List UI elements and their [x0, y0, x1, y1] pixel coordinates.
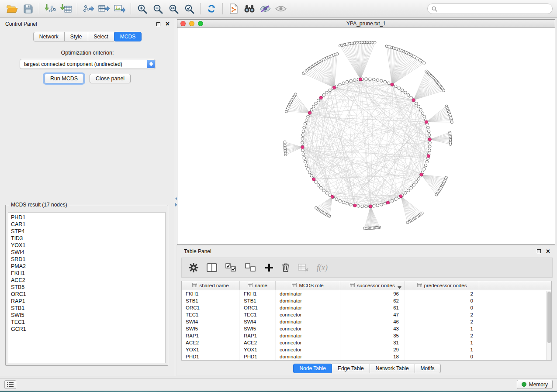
table-row[interactable]: PHD1PHD1dominator180 [182, 353, 551, 360]
column-layout-button[interactable] [207, 263, 217, 272]
search-input[interactable] [440, 5, 548, 12]
mcds-result-item[interactable]: ORC1 [11, 291, 163, 298]
tab-network-table[interactable]: Network Table [370, 364, 415, 373]
find-icon [244, 4, 255, 13]
main-toolbar [0, 0, 557, 18]
column-header-successor-nodes[interactable]: successor nodes [340, 281, 405, 290]
mcds-result-item[interactable]: SWI5 [11, 312, 163, 319]
tab-mcds[interactable]: MCDS [114, 32, 142, 41]
table-row[interactable]: YOX1YOX1connector291 [182, 346, 551, 353]
criterion-select[interactable]: largest connected component (undirected) [20, 59, 156, 69]
table-cell: 0 [405, 353, 479, 360]
mcds-result-item[interactable]: TEC1 [11, 319, 163, 326]
network-canvas[interactable] [177, 28, 555, 244]
mcds-result-item[interactable]: CAR1 [11, 221, 163, 228]
mcds-result-item[interactable]: FKH1 [11, 270, 163, 277]
float-panel-icon[interactable] [537, 249, 541, 253]
share-document-button[interactable] [226, 2, 242, 16]
table-row[interactable]: FKH1FKH1dominator962 [182, 290, 551, 297]
mcds-result-item[interactable]: YOX1 [11, 242, 163, 249]
table-cell: connector [276, 339, 340, 346]
control-panel-tabs: NetworkStyleSelectMCDS [0, 32, 175, 41]
table-cell: 62 [340, 297, 405, 304]
network-window-titlebar[interactable]: YPA_prune.txt_1 [177, 20, 555, 28]
float-panel-icon[interactable] [156, 22, 160, 26]
export-table-button[interactable] [96, 2, 112, 16]
close-panel-icon[interactable]: × [546, 248, 550, 255]
tab-edge-table[interactable]: Edge Table [332, 364, 370, 373]
column-header-name[interactable]: name [240, 281, 276, 290]
memory-button[interactable]: Memory [517, 380, 553, 389]
mcds-result-item[interactable]: TID3 [11, 235, 163, 242]
toolbar-separator [200, 3, 201, 14]
zoom-out-button[interactable] [150, 2, 166, 16]
export-network-button[interactable] [80, 2, 96, 16]
filter-button[interactable] [257, 2, 273, 16]
select-all-rows-button[interactable] [225, 263, 237, 272]
delete-row-button[interactable] [282, 263, 290, 272]
mcds-result-item[interactable]: STB5 [11, 284, 163, 291]
tab-select[interactable]: Select [88, 32, 114, 41]
tab-node-table[interactable]: Node Table [293, 364, 332, 373]
refresh-layout-icon [206, 3, 217, 14]
mcds-result-item[interactable]: SWI4 [11, 249, 163, 256]
panel-menu-button[interactable] [4, 380, 16, 389]
export-image-button[interactable] [112, 2, 128, 16]
mcds-result-item[interactable]: GCR1 [11, 326, 163, 333]
close-panel-icon[interactable]: × [166, 21, 170, 28]
find-button[interactable] [242, 2, 257, 16]
import-network-button[interactable] [42, 2, 58, 16]
open-folder-button[interactable] [4, 2, 20, 16]
table-cell: SWI4 [182, 318, 240, 325]
mcds-result-item[interactable]: STB1 [11, 305, 163, 312]
deselect-all-rows-button[interactable] [245, 263, 256, 272]
mcds-result-item[interactable]: SRD1 [11, 256, 163, 263]
zoom-fit-button[interactable] [166, 2, 181, 16]
table-scrollbar[interactable] [546, 291, 551, 360]
table-cell: 96 [340, 290, 405, 297]
function-builder-button[interactable]: f(x) [317, 263, 328, 272]
minimize-window-button[interactable] [189, 21, 194, 26]
import-table-button[interactable] [58, 2, 74, 16]
save-button[interactable] [20, 2, 36, 16]
delete-table-button[interactable] [298, 263, 308, 272]
table-row[interactable]: SWI5SWI5connector431 [182, 325, 551, 332]
table-row[interactable]: RAP1RAP1dominator352 [182, 332, 551, 339]
column-header-shared-name[interactable]: shared name [182, 281, 240, 290]
search-box[interactable] [427, 3, 553, 14]
table-row[interactable]: TEC1TEC1connector472 [182, 311, 551, 318]
column-header-MCDS-role[interactable]: MCDS role [276, 281, 340, 290]
table-row[interactable]: STB1STB1dominator620 [182, 297, 551, 304]
table-settings-button[interactable] [189, 263, 198, 272]
mcds-result-item[interactable]: PHD1 [11, 214, 163, 221]
tab-network[interactable]: Network [33, 32, 65, 41]
network-canvas-svg[interactable] [177, 28, 555, 244]
close-panel-button[interactable]: Close panel [90, 74, 131, 83]
mcds-result-item[interactable]: STP4 [11, 228, 163, 235]
mcds-result-item[interactable]: ACE2 [11, 277, 163, 284]
panel-splitter[interactable] [174, 195, 178, 209]
column-header-predecessor-nodes[interactable]: predecessor nodes [405, 281, 479, 290]
table-cell: 35 [340, 332, 405, 339]
tab-style[interactable]: Style [64, 32, 88, 41]
tab-motifs[interactable]: Motifs [415, 364, 441, 373]
mcds-result-list[interactable]: PHD1CAR1STP4TID3YOX1SWI4SRD1PMA2FKH1ACE2… [8, 212, 166, 363]
mcds-result-item[interactable]: RAP1 [11, 298, 163, 305]
collapse-left-icon [175, 197, 177, 200]
zoom-selected-button[interactable] [181, 2, 197, 16]
refresh-layout-button[interactable] [204, 2, 219, 16]
settings-gear-icon [189, 263, 198, 272]
add-row-button[interactable] [265, 263, 273, 272]
table-cell: 0 [405, 297, 479, 304]
network-view-window: YPA_prune.txt_1 [177, 19, 555, 245]
eye-button[interactable] [273, 2, 289, 16]
close-window-button[interactable] [180, 21, 186, 26]
zoom-in-button[interactable] [134, 2, 150, 16]
table-row[interactable]: ACE2ACE2connector311 [182, 339, 551, 346]
run-mcds-button[interactable]: Run MCDS [44, 74, 84, 83]
table-row[interactable]: ORC1ORC1dominator610 [182, 304, 551, 311]
mcds-result-item[interactable]: PMA2 [11, 263, 163, 270]
zoom-window-button[interactable] [198, 21, 203, 26]
table-row[interactable]: SWI4SWI4dominator462 [182, 318, 551, 325]
scrollbar-thumb[interactable] [547, 292, 551, 343]
